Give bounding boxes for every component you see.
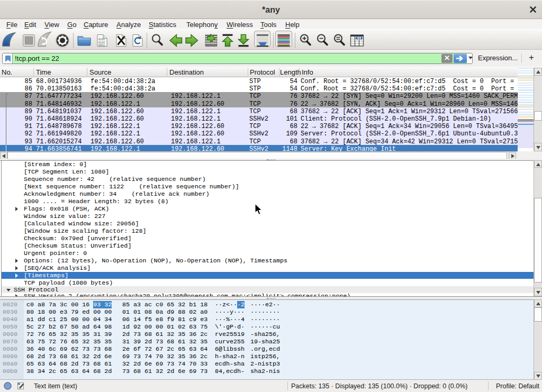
svg-text:0011: 0011 [98, 44, 105, 47]
